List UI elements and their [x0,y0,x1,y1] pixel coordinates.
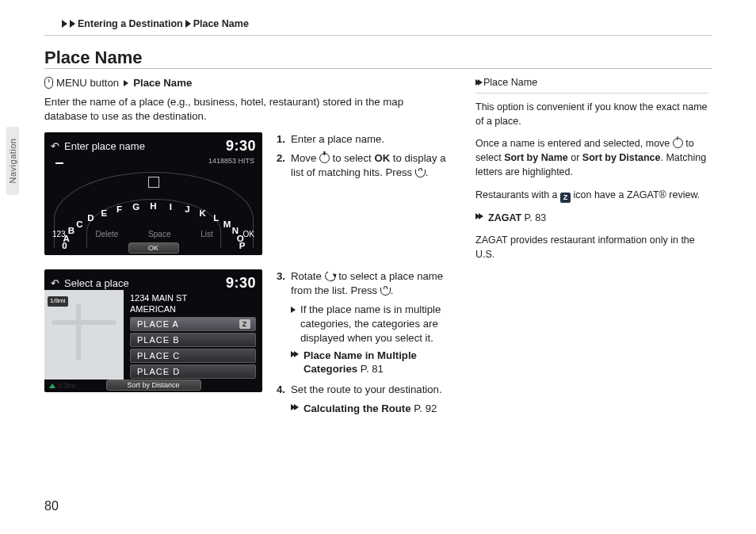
dial-letter: P [239,241,246,254]
step-3-sub-text: If the place name is in multiple categor… [300,303,456,345]
direction-icon [49,383,55,388]
screenshot-enter-place-name: ↶Enter place name 9:30 1418853 HITS 0ABC… [44,132,262,255]
menu-path: MENU button Place Name [44,76,456,90]
xref-multiple-categories: Place Name in Multiple Categories P. 81 [291,349,456,377]
space-label: Space [148,229,170,240]
place-item: PLACE C [130,349,256,363]
screen1-title: Enter place name [64,139,145,154]
divider [44,35,712,36]
sidebar: Place Name This option is convenient if … [475,76,708,269]
step-1: 1.Enter a place name. [277,132,456,147]
dial-letter: E [101,208,107,220]
breadcrumb-page: Place Name [193,17,249,31]
chevron-right-icon [185,20,191,28]
sidebar-title: Place Name [483,76,537,90]
delete-label: Delete [95,229,118,240]
map-distance: 0.3mi [49,381,75,391]
place-list: PLACE AZ PLACE B PLACE C PLACE D [130,317,256,380]
dial-letter: I [170,202,172,215]
page-number: 80 [44,498,59,515]
step-2: 2. Move to select OK to display a list o… [277,151,456,180]
screen2-clock: 9:30 [226,273,256,292]
move-dial-icon [673,138,683,148]
screen1-hits: 1418853 HITS [44,156,262,166]
sidebar-heading: Place Name [475,76,708,93]
dial-letter: G [132,202,139,215]
step-3: 3. Rotate to select a place name from th… [277,269,456,298]
screen2-title: Select a place [64,277,129,291]
chevron-right-icon [62,20,67,28]
move-dial-icon [319,153,330,163]
page-title: Place Name [44,46,143,70]
menu-button-label: MENU button [56,76,119,90]
xref-icon [475,213,485,221]
sidebar-p2: Once a name is entered and selected, mov… [475,136,708,179]
addr-line2: AMERICAN [130,304,187,315]
xref-icon [291,404,300,412]
screen1-clock: 9:30 [226,136,256,155]
list-label: List [200,229,213,240]
back-icon: ↶ [51,277,59,291]
text-cursor [55,162,63,164]
sidebar-p3: Restaurants with a Z icon have a ZAGAT® … [475,188,708,203]
press-icon [380,288,391,296]
dial-letter: J [185,204,189,216]
xref-icon [475,79,480,86]
xref-zagat: ZAGAT P. 83 [475,211,708,225]
menu-target: Place Name [133,76,192,90]
dial-letter: H [150,201,156,214]
intro-description: Enter the name of a place (e.g., busines… [44,95,449,124]
ok-label: OK [243,229,254,240]
step-4-text: Set the route to your destination. [291,383,456,397]
bullet-icon [291,307,296,313]
press-icon [415,170,426,177]
divider [44,68,712,69]
place-item: PLACE D [130,364,256,379]
back-icon: ↶ [51,139,59,154]
section-tab-label: Navigation [7,139,19,184]
chevron-right-icon [70,20,75,28]
chevron-right-icon [124,80,128,86]
sort-pill: Sort by Distance [106,380,201,391]
zagat-icon: Z [560,193,571,203]
sidebar-p4: ZAGAT provides restaurant information on… [475,233,708,261]
place-item: PLACE B [130,333,256,347]
dial-letter: D [87,212,94,225]
dial-letter: K [200,208,206,220]
dial-letter: F [116,204,122,216]
step-2-text: Move to select OK to display a list of m… [291,151,456,180]
sidebar-p1: This option is convenient if you know th… [475,100,708,128]
addr-line1: 1234 MAIN ST [130,293,187,303]
breadcrumb: Entering a Destination Place Name [62,17,249,31]
screen1-bottom-bar: 123 Delete Space List OK [44,229,262,240]
place-item: PLACE AZ [130,317,256,331]
selected-address: 1234 MAIN ST AMERICAN [130,293,187,314]
breadcrumb-section: Entering a Destination [78,17,183,31]
xref-icon [291,351,300,359]
mode-123: 123 [52,229,66,240]
dial-letter: L [213,212,219,225]
ok-pill: OK [128,242,179,254]
screenshot-select-place: ↶Select a place 9:30 1/8mi 0.3mi 1234 MA… [44,269,262,392]
xref-calculating-route: Calculating the Route P. 92 [291,402,456,416]
step-3-sub: If the place name is in multiple categor… [291,303,456,345]
step-1-text: Enter a place name. [291,132,456,147]
step-3-text: Rotate to select a place name from the l… [291,269,456,298]
step-4: 4.Set the route to your destination. [277,383,456,397]
mouse-icon [44,77,53,89]
map-scale: 1/8mi [48,296,68,307]
zagat-badge: Z [239,319,250,329]
section-tab-navigation: Navigation [6,127,19,195]
